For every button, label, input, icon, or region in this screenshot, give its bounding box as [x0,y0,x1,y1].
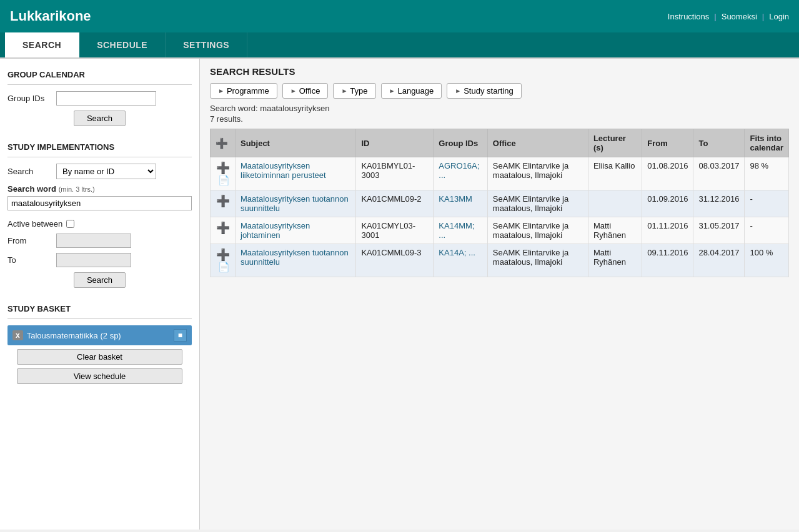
th-subject: Subject [236,129,356,157]
sep2: | [762,12,764,21]
search-word-input[interactable] [7,196,192,210]
from-row: From [7,234,192,248]
group-ids-input[interactable] [56,91,156,106]
study-basket-section: STUDY BASKET x Talousmatematiikka (2 sp)… [7,300,192,384]
table-row: ➕ 📄 Maatalousyrityksen tuotannon suunnit… [211,244,789,277]
active-between-checkbox[interactable] [66,220,74,228]
basket-remove-button[interactable]: x [12,330,23,340]
search-method-select[interactable]: By name or ID By subject code By group I… [56,164,156,179]
cell-subject: Maatalousyrityksen tuotannon suunnittelu [236,190,356,217]
from-input[interactable] [56,234,131,248]
cell-subject: Maatalousyrityksen tuotannon suunnittelu [236,244,356,277]
cell-from: 01.09.2016 [642,190,693,217]
cell-subject: Maatalousyrityksen johtaminen [236,217,356,244]
cell-groupids: KA14A; ... [434,244,487,277]
add-to-basket-icon[interactable]: ➕ [216,222,230,234]
login-link[interactable]: Login [769,12,789,21]
search-word-label: Search word (min. 3 ltrs.) [7,184,192,194]
cell-lecturer: Eliisa Kallio [588,157,642,190]
app-title: Lukkarikone [10,8,91,24]
cell-fits: - [745,217,789,244]
tab-settings[interactable]: SETTINGS [166,32,247,57]
groupid-link[interactable]: AGRO16A; ... [439,161,479,180]
cell-lecturer: Matti Ryhänen [588,244,642,277]
subject-link[interactable]: Maatalousyrityksen tuotannon suunnittelu [241,248,349,267]
cell-groupids: KA13MM [434,190,487,217]
from-label: From [7,236,51,245]
cell-add-icon: ➕ 📄 [211,244,236,277]
cell-fits: 100 % [745,244,789,277]
cell-to: 31.05.2017 [693,217,745,244]
search-method-row: Search By name or ID By subject code By … [7,164,192,179]
instructions-link[interactable]: Instructions [668,12,709,21]
to-label: To [7,255,51,265]
subject-link[interactable]: Maatalousyrityksen liiketoiminnan perust… [241,161,326,180]
table-row: ➕ Maatalousyrityksen tuotannon suunnitte… [211,190,789,217]
subject-link[interactable]: Maatalousyrityksen johtaminen [241,221,310,240]
group-ids-row: Group IDs [7,91,192,106]
cell-fits: 98 % [745,157,789,190]
th-groupids: Group IDs [434,129,487,157]
clear-basket-button[interactable]: Clear basket [17,349,183,365]
suomeksi-link[interactable]: Suomeksi [722,12,757,21]
top-links: Instructions | Suomeksi | Login [668,12,789,21]
cell-to: 08.03.2017 [693,157,745,190]
basket-item: x Talousmatematiikka (2 sp) ■ [7,325,192,345]
table-row: ➕ 📄 Maatalousyrityksen liiketoiminnan pe… [211,157,789,190]
filter-study-starting[interactable]: ► Study starting [447,83,521,99]
study-implementations-section: STUDY IMPLEMENTATIONS Search By name or … [7,139,192,288]
cell-fits: - [745,190,789,217]
tab-schedule[interactable]: SCHEDULE [79,32,166,57]
add-to-basket-icon[interactable]: ➕ [216,249,230,261]
main-layout: GROUP CALENDAR Group IDs Search STUDY IM… [0,59,799,530]
groupid-link[interactable]: KA14A; ... [439,248,475,257]
basket-view-icon-button[interactable]: ■ [174,329,187,342]
sidebar: GROUP CALENDAR Group IDs Search STUDY IM… [0,59,200,530]
doc-icon[interactable]: 📄 [218,175,230,185]
filter-office[interactable]: ► Office [282,83,329,99]
cell-from: 01.08.2016 [642,157,693,190]
filter-type[interactable]: ► Type [333,83,375,99]
subject-link[interactable]: Maatalousyrityksen tuotannon suunnittelu [241,194,349,213]
cell-id: KA01BMYL01-3003 [356,157,434,190]
to-input[interactable] [56,253,131,267]
cell-add-icon: ➕ [211,217,236,244]
filter-programme-label: Programme [227,86,269,96]
to-row: To [7,253,192,267]
study-basket-title: STUDY BASKET [7,300,192,319]
cell-groupids: AGRO16A; ... [434,157,487,190]
type-arrow: ► [341,87,347,94]
filter-language[interactable]: ► Language [381,83,442,99]
study-starting-arrow: ► [455,87,461,94]
th-from: From [642,129,693,157]
active-between-row: Active between [7,219,192,229]
tab-search[interactable]: SEARCH [5,32,79,57]
table-row: ➕ Maatalousyrityksen johtaminen KA01CMYL… [211,217,789,244]
study-search-button[interactable]: Search [74,272,126,288]
view-schedule-button[interactable]: View schedule [17,368,183,384]
cell-id: KA01CMML09-2 [356,190,434,217]
cell-from: 09.11.2016 [642,244,693,277]
add-to-basket-icon[interactable]: ➕ [216,195,230,207]
results-count: 7 results. [210,114,789,124]
th-to: To [693,129,745,157]
filter-language-label: Language [397,86,434,96]
cell-groupids: KA14MM; ... [434,217,487,244]
groupid-link[interactable]: KA14MM; ... [439,221,474,240]
office-arrow: ► [290,87,297,94]
cell-office: SeAMK Elintarvike ja maatalous, Ilmajoki [487,190,588,217]
programme-arrow: ► [218,87,224,94]
add-to-basket-icon[interactable]: ➕ [216,162,230,174]
cell-add-icon: ➕ [211,190,236,217]
nav-tabs: SEARCH SCHEDULE SETTINGS [0,32,799,59]
group-calendar-search-button[interactable]: Search [74,111,126,126]
groupid-link[interactable]: KA13MM [439,194,472,204]
th-lecturer: Lecturer(s) [588,129,642,157]
basket-item-label: Talousmatematiikka (2 sp) [27,331,170,340]
doc-icon[interactable]: 📄 [218,262,230,272]
filter-programme[interactable]: ► Programme [210,83,277,99]
filter-type-label: Type [350,86,367,96]
search-word-block: Search word (min. 3 ltrs.) [7,184,192,214]
results-table: ➕ Subject ID Group IDs Office Lecturer(s… [210,129,789,277]
group-calendar-section: GROUP CALENDAR Group IDs Search [7,66,192,126]
